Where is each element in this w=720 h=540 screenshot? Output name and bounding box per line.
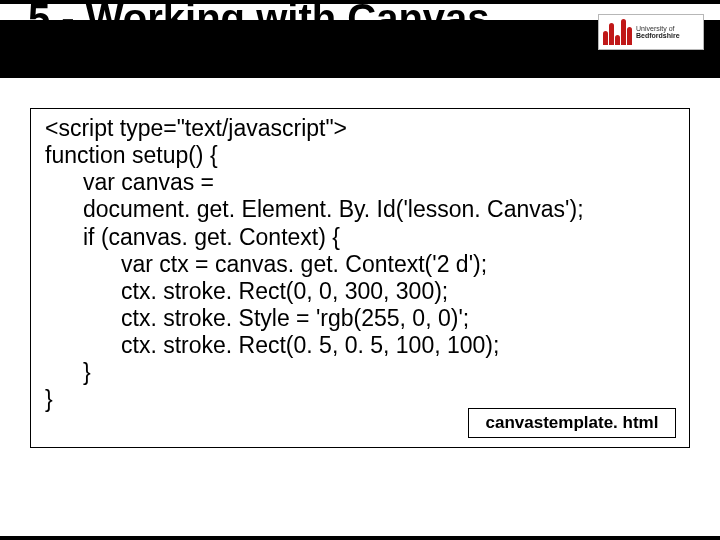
slide-title: 5 - Working with Canvas <box>28 0 490 38</box>
logo-mark-icon <box>603 19 632 45</box>
code-line-9: } <box>45 359 91 386</box>
code-content: <script type="text/javascript"> function… <box>45 115 679 413</box>
code-line-6: ctx. stroke. Rect(0, 0, 300, 300); <box>45 278 448 305</box>
code-line-8: ctx. stroke. Rect(0. 5, 0. 5, 100, 100); <box>45 332 499 359</box>
code-line-10: } <box>45 386 53 412</box>
code-line-1: function setup() { <box>45 142 218 168</box>
slide: 5 - Working with Canvas University of Be… <box>0 0 720 540</box>
logo-text-line1: University of <box>636 25 680 32</box>
code-line-0: <script type="text/javascript"> <box>45 115 347 141</box>
code-line-7: ctx. stroke. Style = 'rgb(255, 0, 0)'; <box>45 305 469 332</box>
code-line-4: if (canvas. get. Context) { <box>45 224 340 251</box>
code-box: <script type="text/javascript"> function… <box>30 108 690 448</box>
university-logo: University of Bedfordshire <box>598 14 704 50</box>
code-line-2: var canvas = <box>45 169 214 196</box>
logo-text: University of Bedfordshire <box>636 25 680 40</box>
filename-label: canvastemplate. html <box>468 408 676 438</box>
code-line-5: var ctx = canvas. get. Context('2 d'); <box>45 251 487 278</box>
logo-text-line2: Bedfordshire <box>636 32 680 39</box>
code-line-3: document. get. Element. By. Id('lesson. … <box>45 196 584 223</box>
